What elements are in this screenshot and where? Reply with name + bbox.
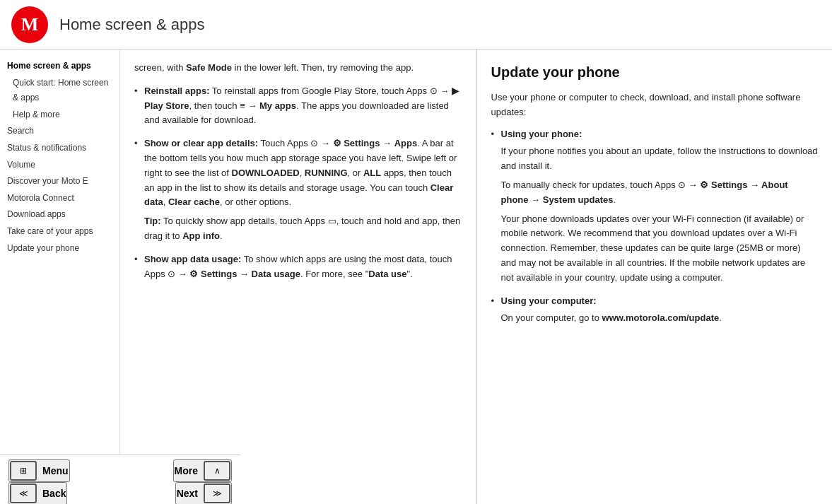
list-item-data-usage: Show app data usage: To show which apps … (134, 252, 462, 282)
logo-m-letter: M (21, 14, 39, 35)
intro-text: screen, with Safe Mode in the lower left… (134, 61, 462, 76)
update-section-title: Update your phone (491, 61, 819, 83)
sidebar-item-update-phone[interactable]: Update your phone (6, 240, 114, 257)
header: M Home screen & apps (0, 0, 832, 49)
next-button[interactable]: Next ≫ (175, 482, 232, 504)
footer-nav: ⊞ Menu More ∧ ≪ Back Next ≫ (0, 455, 240, 504)
menu-button[interactable]: ⊞ Menu (8, 459, 70, 482)
back-icon: ≪ (10, 484, 37, 503)
reinstall-text: Reinstall apps: To reinstall apps from G… (144, 86, 459, 126)
sidebar-item-download-apps[interactable]: Download apps (6, 206, 114, 223)
more-label: More (175, 465, 198, 476)
more-icon: ∧ (204, 461, 230, 481)
using-computer-para: On your computer, go to www.motorola.com… (501, 311, 819, 326)
sidebar: Home screen & apps Quick start: Home scr… (0, 49, 120, 504)
footer-top-row: ⊞ Menu More ∧ (8, 459, 232, 482)
list-item-show-clear: Show or clear app details: Touch Apps ⊙ … (134, 136, 462, 244)
sidebar-item-volume[interactable]: Volume (6, 157, 114, 174)
using-computer-header: Using your computer: (501, 295, 597, 306)
back-label: Back (42, 488, 66, 499)
footer-bottom-row: ≪ Back Next ≫ (8, 482, 232, 504)
menu-label: Menu (42, 465, 69, 476)
motorola-logo: M (11, 6, 48, 43)
using-phone-para1: If your phone notifies you about an upda… (501, 144, 819, 174)
back-button[interactable]: ≪ Back (8, 482, 67, 504)
left-content-panel: screen, with Safe Mode in the lower left… (120, 49, 476, 504)
page-title: Home screen & apps (59, 16, 204, 34)
sidebar-item-search[interactable]: Search (6, 123, 114, 140)
sidebar-item-status[interactable]: Status & notifications (6, 140, 114, 157)
using-phone-para2: To manually check for updates, touch App… (501, 178, 819, 208)
next-icon: ≫ (204, 484, 230, 503)
sidebar-item-take-care[interactable]: Take care of your apps (6, 223, 114, 240)
bullet-list-left: Reinstall apps: To reinstall apps from G… (134, 84, 462, 282)
sidebar-item-help[interactable]: Help & more (6, 107, 114, 124)
sidebar-item-discover[interactable]: Discover your Moto E (6, 173, 114, 190)
using-computer-item: Using your computer: On your computer, g… (491, 294, 819, 327)
using-phone-para3: Your phone downloads updates over your W… (501, 212, 819, 286)
data-usage-text: Show app data usage: To show which apps … (144, 254, 452, 279)
using-phone-header: Using your phone: (501, 129, 582, 139)
update-bullet-list: Using your phone: If your phone notifies… (491, 127, 819, 327)
sidebar-item-home-screen[interactable]: Home screen & apps (6, 58, 114, 75)
show-clear-text: Show or clear app details: Touch Apps ⊙ … (144, 138, 457, 207)
using-phone-item: Using your phone: If your phone notifies… (491, 127, 819, 286)
sidebar-item-quickstart[interactable]: Quick start: Home screen & apps (6, 75, 114, 107)
tip-text: Tip: To quickly show app details, touch … (144, 214, 462, 244)
update-intro: Use your phone or computer to check, dow… (491, 90, 819, 120)
more-button[interactable]: More ∧ (173, 459, 232, 482)
right-content-panel: Update your phone Use your phone or comp… (477, 49, 833, 504)
sidebar-item-motorola-connect[interactable]: Motorola Connect (6, 190, 114, 207)
menu-icon: ⊞ (10, 461, 37, 481)
next-label: Next (177, 488, 198, 499)
list-item-reinstall: Reinstall apps: To reinstall apps from G… (134, 84, 462, 128)
